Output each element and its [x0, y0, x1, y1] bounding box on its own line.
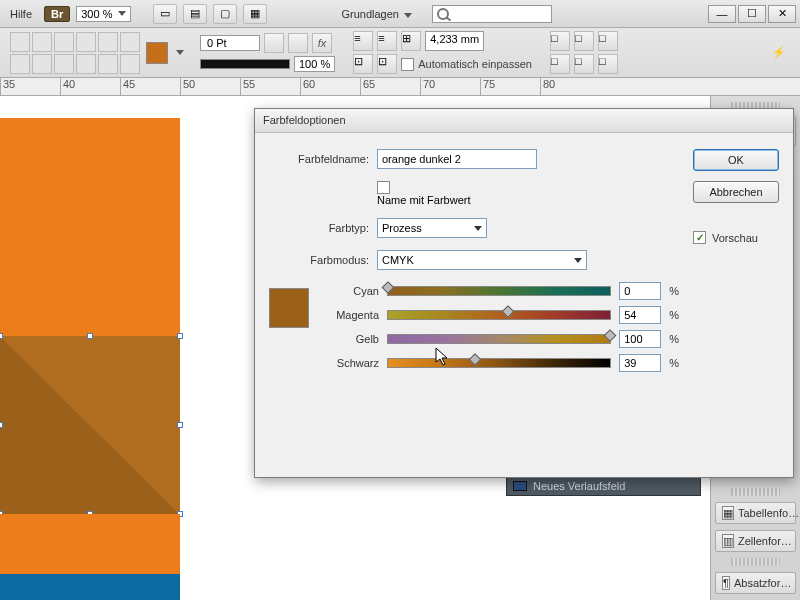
opt-icon[interactable] — [264, 33, 284, 53]
view-icon-1[interactable]: ▭ — [153, 4, 177, 24]
selection-handle[interactable] — [87, 333, 93, 339]
table-icon: ▦ — [722, 506, 734, 520]
slider-thumb[interactable] — [468, 353, 481, 366]
chevron-down-icon[interactable] — [176, 50, 184, 55]
tool-icon[interactable] — [76, 32, 96, 52]
selected-object[interactable] — [0, 336, 180, 514]
tool-icon[interactable] — [54, 54, 74, 74]
bounds-icon[interactable]: ⊞ — [401, 31, 421, 51]
shape-rectangle-blue[interactable] — [0, 574, 180, 600]
name-with-color-checkbox[interactable]: Name mit Farbwert — [377, 181, 471, 206]
cyan-value-input[interactable] — [619, 282, 661, 300]
arrange-icon[interactable]: ▦ — [243, 4, 267, 24]
panel-menu-item[interactable]: Neues Verlaufsfeld — [506, 476, 701, 496]
swatch-name-input[interactable] — [377, 149, 537, 169]
magenta-value-input[interactable] — [619, 306, 661, 324]
panel-grip[interactable] — [731, 488, 780, 496]
tool-icon[interactable] — [120, 32, 140, 52]
search-field[interactable] — [432, 5, 552, 23]
panel-button-paragraph-styles[interactable]: ¶Absatzfor… — [715, 572, 796, 594]
tool-icon[interactable] — [32, 54, 52, 74]
color-mode-value: CMYK — [382, 254, 414, 266]
slider-magenta[interactable] — [387, 310, 611, 320]
slider-label-magenta: Magenta — [323, 309, 379, 321]
slider-cyan[interactable] — [387, 286, 611, 296]
gradient-swatch-icon — [513, 481, 527, 491]
tool-icon[interactable] — [76, 54, 96, 74]
swatch-name-label: Farbfeldname: — [269, 153, 369, 165]
measure-1[interactable]: 4,233 mm — [425, 31, 484, 51]
ruler-tick: 75 — [480, 78, 540, 95]
frame-opt-icon[interactable]: □ — [550, 54, 570, 74]
menu-help[interactable]: Hilfe — [4, 5, 38, 23]
selection-handle[interactable] — [177, 422, 183, 428]
ruler-tick: 55 — [240, 78, 300, 95]
frame-opt-icon[interactable]: □ — [574, 54, 594, 74]
selection-handle[interactable] — [177, 333, 183, 339]
frame-opt-icon[interactable]: □ — [550, 31, 570, 51]
panel-button-cell-styles[interactable]: ▥Zellenfor… — [715, 530, 796, 552]
workspace-switcher[interactable]: Grundlagen — [333, 5, 420, 23]
panel-grip[interactable] — [731, 558, 780, 566]
tool-icon[interactable] — [10, 54, 30, 74]
auto-fit-checkbox[interactable]: Automatisch einpassen — [401, 58, 532, 71]
slider-thumb[interactable] — [502, 305, 515, 318]
selection-handle[interactable] — [0, 333, 3, 339]
panel-button-table-styles[interactable]: ▦Tabellenfo… — [715, 502, 796, 524]
window-minimize[interactable]: — — [708, 5, 736, 23]
view-icon-3[interactable]: ▢ — [213, 4, 237, 24]
color-mode-dropdown[interactable]: CMYK — [377, 250, 587, 270]
tool-icon[interactable] — [120, 54, 140, 74]
ruler-tick: 65 — [360, 78, 420, 95]
menubar: Hilfe Br 300 % ▭ ▤ ▢ ▦ Grundlagen — ☐ ✕ — [0, 0, 800, 28]
opt-icon[interactable] — [288, 33, 308, 53]
fit-icon[interactable]: ⊡ — [353, 54, 373, 74]
tool-icon[interactable] — [98, 54, 118, 74]
tool-icon[interactable] — [32, 32, 52, 52]
checkbox-icon — [693, 231, 706, 244]
stroke-style[interactable] — [200, 59, 290, 69]
selection-handle[interactable] — [0, 422, 3, 428]
frame-opt-icon[interactable]: □ — [574, 31, 594, 51]
black-value-input[interactable] — [619, 354, 661, 372]
checkbox-icon — [377, 181, 390, 194]
shape-rectangle-orange[interactable] — [0, 118, 180, 336]
dialog-title: Farbfeldoptionen — [263, 114, 346, 126]
align-icon[interactable]: ≡ — [377, 31, 397, 51]
frame-opt-icon[interactable]: □ — [598, 54, 618, 74]
fill-swatch[interactable] — [146, 42, 168, 64]
align-icon[interactable]: ≡ — [353, 31, 373, 51]
fit-icon[interactable]: ⊡ — [377, 54, 397, 74]
window-close[interactable]: ✕ — [768, 5, 796, 23]
color-type-label: Farbtyp: — [269, 222, 369, 234]
shape-rectangle-orange[interactable] — [0, 514, 180, 574]
color-type-dropdown[interactable]: Prozess — [377, 218, 487, 238]
slider-thumb[interactable] — [604, 329, 617, 342]
window-maximize[interactable]: ☐ — [738, 5, 766, 23]
zoom-level[interactable]: 300 % — [76, 6, 131, 22]
frame-opt-icon[interactable]: □ — [598, 31, 618, 51]
yellow-value-input[interactable] — [619, 330, 661, 348]
ruler-tick: 50 — [180, 78, 240, 95]
tool-icon[interactable] — [10, 32, 30, 52]
stroke-weight[interactable]: 0 Pt — [200, 35, 260, 51]
preview-checkbox[interactable]: Vorschau — [693, 231, 779, 244]
slider-thumb[interactable] — [382, 281, 395, 294]
tool-icon[interactable] — [98, 32, 118, 52]
percent-label: % — [669, 309, 679, 321]
flash-icon[interactable]: ⚡ — [768, 42, 790, 64]
slider-yellow[interactable] — [387, 334, 611, 344]
cancel-button[interactable]: Abbrechen — [693, 181, 779, 203]
search-icon — [437, 8, 449, 20]
paragraph-icon: ¶ — [722, 576, 730, 590]
ok-button[interactable]: OK — [693, 149, 779, 171]
opacity-field[interactable]: 100 % — [294, 56, 335, 72]
dialog-titlebar[interactable]: Farbfeldoptionen — [255, 109, 793, 133]
bridge-badge[interactable]: Br — [44, 6, 70, 22]
slider-black[interactable] — [387, 358, 611, 368]
tool-icon[interactable] — [54, 32, 74, 52]
view-icon-2[interactable]: ▤ — [183, 4, 207, 24]
panel-label: Absatzfor… — [734, 577, 791, 589]
fx-icon[interactable]: fx — [312, 33, 332, 53]
color-mode-label: Farbmodus: — [269, 254, 369, 266]
